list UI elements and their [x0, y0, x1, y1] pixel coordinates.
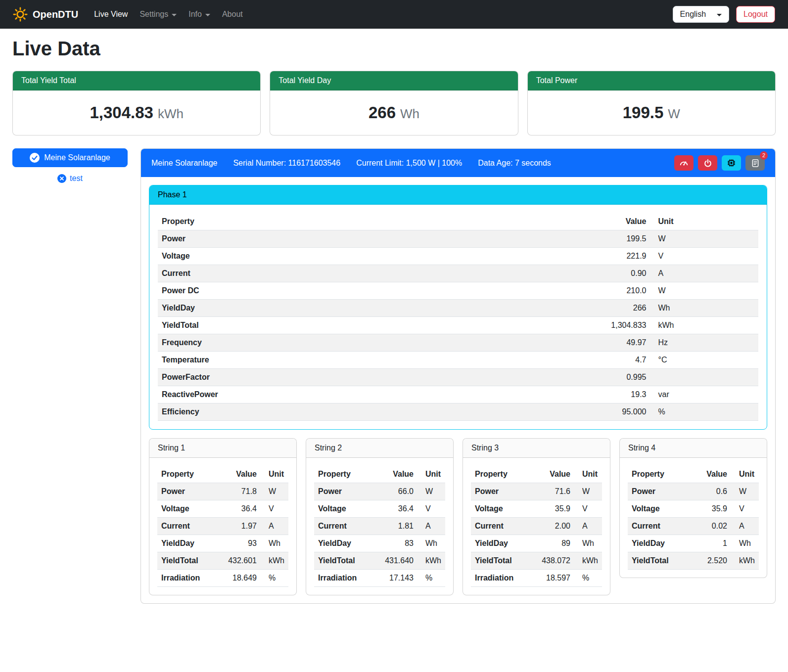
unit-cell: Wh — [650, 300, 758, 317]
column-header-value: Value — [453, 213, 650, 230]
property-cell: Frequency — [158, 334, 453, 352]
sun-icon — [13, 7, 28, 22]
property-cell: Voltage — [314, 500, 372, 518]
power-toggle-button[interactable] — [698, 155, 717, 171]
nav-item-about[interactable]: About — [218, 6, 247, 23]
unit-cell: % — [417, 570, 445, 587]
summary-card-body: 1,304.83kWh — [13, 90, 260, 135]
property-cell: Voltage — [628, 500, 691, 518]
property-cell: PowerFactor — [158, 369, 453, 386]
string-card-body: Property Value Unit Power66.0WVoltage36.… — [306, 458, 453, 595]
property-cell: Irradiation — [314, 570, 372, 587]
sidebar-item-meine-solaranlage[interactable]: Meine Solaranlage — [12, 148, 128, 167]
sidebar-item-test[interactable]: test — [12, 174, 128, 183]
property-cell: Power — [158, 230, 453, 248]
unit-cell: Wh — [731, 535, 759, 552]
nav-item-info[interactable]: Info — [185, 6, 214, 23]
value-cell: 83 — [372, 535, 417, 552]
string-card-title: String 3 — [463, 439, 610, 458]
phase-table-body: Power199.5WVoltage221.9VCurrent0.90APowe… — [158, 230, 758, 421]
property-cell: Power DC — [158, 282, 453, 300]
column-header-value: Value — [215, 466, 261, 483]
table-row: YieldTotal2.520kWh — [628, 552, 759, 570]
column-header-property: Property — [314, 466, 372, 483]
table-row: YieldTotal438.072kWh — [471, 552, 602, 570]
cpu-icon — [727, 158, 736, 168]
value-cell: 4.7 — [453, 352, 650, 369]
table-header-row: Property Value Unit — [314, 466, 445, 483]
property-cell: Current — [158, 265, 453, 282]
unit-cell: A — [650, 265, 758, 282]
table-row: Power DC210.0W — [158, 282, 758, 300]
value-cell: 49.97 — [453, 334, 650, 352]
unit-cell: Wh — [574, 535, 602, 552]
summary-unit: W — [668, 106, 680, 121]
property-cell: Voltage — [471, 500, 529, 518]
device-info-button[interactable] — [722, 155, 741, 171]
string-card: String 1 Property Value Unit Power71.8WV… — [149, 438, 297, 595]
sidebar-item-label: test — [70, 174, 83, 183]
table-row: YieldTotal1,304.833kWh — [158, 317, 758, 334]
column-header-unit: Unit — [574, 466, 602, 483]
column-header-property: Property — [628, 466, 691, 483]
property-cell: Power — [314, 483, 372, 500]
inverter-sidebar: Meine Solaranlage test — [12, 148, 128, 183]
table-row: Irradiation17.143% — [314, 570, 445, 587]
chevron-down-icon — [717, 14, 722, 16]
inverter-panel-body: Phase 1 Property Value Unit Power199.5WV… — [141, 177, 775, 603]
logout-button[interactable]: Logout — [736, 6, 775, 23]
chevron-down-icon — [172, 14, 177, 16]
property-cell: ReactivePower — [158, 386, 453, 403]
table-row: Irradiation18.597% — [471, 570, 602, 587]
table-header-row: Property Value Unit — [628, 466, 759, 483]
table-row: Irradiation18.649% — [157, 570, 288, 587]
summary-card-header: Total Power — [528, 71, 775, 90]
value-cell: 36.4 — [215, 500, 261, 518]
unit-cell: A — [731, 518, 759, 535]
value-cell: 432.601 — [215, 552, 261, 570]
inverter-actions: 2 — [674, 155, 765, 171]
string-card: String 3 Property Value Unit Power71.6WV… — [463, 438, 610, 595]
column-header-unit: Unit — [650, 213, 758, 230]
value-cell: 266 — [453, 300, 650, 317]
string-card-title: String 1 — [149, 439, 296, 458]
value-cell: 2.520 — [691, 552, 731, 570]
unit-cell: V — [650, 248, 758, 265]
property-cell: Voltage — [158, 248, 453, 265]
table-row: PowerFactor0.995 — [158, 369, 758, 386]
inverter-panel-header: Meine Solaranlage Serial Number: 1161716… — [141, 149, 775, 177]
nav-item-settings[interactable]: Settings — [136, 6, 181, 23]
limit-settings-button[interactable] — [674, 155, 694, 171]
property-cell: Power — [471, 483, 529, 500]
value-cell: 71.8 — [215, 483, 261, 500]
value-cell: 2.00 — [529, 518, 574, 535]
summary-card-header: Total Yield Day — [270, 71, 517, 90]
property-cell: YieldDay — [628, 535, 691, 552]
nav-item-label: Live View — [94, 10, 128, 19]
unit-cell: V — [731, 500, 759, 518]
language-select[interactable]: English — [673, 6, 729, 23]
unit-cell: W — [731, 483, 759, 500]
table-row: Efficiency95.000% — [158, 403, 758, 421]
summary-value: 1,304.83 — [90, 103, 153, 122]
summary-row: Total Yield Total 1,304.83kWh Total Yiel… — [12, 71, 776, 135]
unit-cell: V — [417, 500, 445, 518]
value-cell: 18.597 — [529, 570, 574, 587]
column-header-unit: Unit — [261, 466, 288, 483]
summary-card-header: Total Yield Total — [13, 71, 260, 90]
table-row: Frequency49.97Hz — [158, 334, 758, 352]
table-row: Power0.6W — [628, 483, 759, 500]
table-row: YieldDay93Wh — [157, 535, 288, 552]
brand[interactable]: OpenDTU — [13, 7, 78, 22]
table-row: Current1.97A — [157, 518, 288, 535]
column-header-value: Value — [691, 466, 731, 483]
value-cell: 0.6 — [691, 483, 731, 500]
string-table: Property Value Unit Power66.0WVoltage36.… — [314, 466, 445, 587]
nav-item-live-view[interactable]: Live View — [90, 6, 132, 23]
property-cell: YieldDay — [158, 300, 453, 317]
column-header-property: Property — [471, 466, 529, 483]
string-table: Property Value Unit Power71.8WVoltage36.… — [157, 466, 288, 587]
event-log-button[interactable]: 2 — [745, 155, 765, 171]
value-cell: 95.000 — [453, 403, 650, 421]
unit-cell: kWh — [731, 552, 759, 570]
